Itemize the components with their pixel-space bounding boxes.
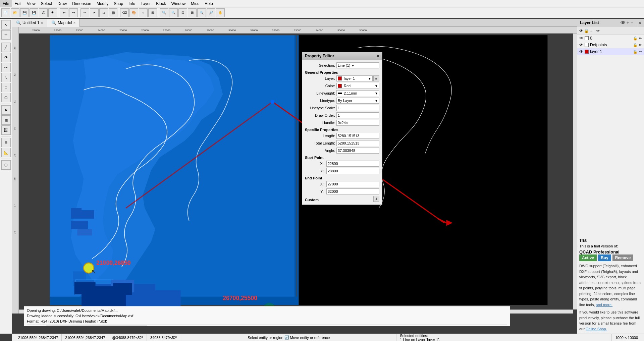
layer-item-layer1[interactable]: 👁 layer 1 🔒 ✏ xyxy=(577,48,644,55)
zoom-prev-button[interactable]: 🔎 xyxy=(207,8,215,17)
length-input[interactable]: 5280.151513 xyxy=(336,133,379,139)
menu-view[interactable]: View xyxy=(24,0,38,7)
length-label: Length: xyxy=(305,134,335,138)
menu-help[interactable]: Help xyxy=(202,0,216,7)
pan-button[interactable]: ✋ xyxy=(216,8,225,17)
zoom-in-button[interactable]: 🔍 xyxy=(160,8,168,17)
command-input[interactable] xyxy=(46,326,147,326)
angle-input[interactable]: 37.303948 xyxy=(336,148,379,154)
draw-order-tool[interactable]: ⊞ xyxy=(1,138,11,147)
color-dropdown[interactable]: Red ▼ xyxy=(336,83,379,89)
menu-info[interactable]: Info xyxy=(126,0,138,7)
trial-shop-link[interactable]: Online Shop. xyxy=(586,327,607,331)
layer-defpoints-vis[interactable]: 👁 xyxy=(579,43,583,47)
scrollbar-vertical[interactable] xyxy=(573,34,577,309)
rect-tool[interactable]: □ xyxy=(1,83,11,92)
layer-close[interactable]: × xyxy=(639,20,641,25)
bezier-tool[interactable]: ∿ xyxy=(1,73,11,82)
line-tool[interactable]: ╱ xyxy=(1,43,11,52)
print-preview-button[interactable]: 👁 xyxy=(48,8,57,17)
tab-untitled[interactable]: 🔍 Untitled 1 × xyxy=(12,19,47,27)
layer-0-vis[interactable]: 👁 xyxy=(579,36,583,41)
move-tool[interactable]: ✛ xyxy=(1,30,11,40)
draw-order-input[interactable]: 1 xyxy=(336,112,379,118)
save-button[interactable]: 💾 xyxy=(20,8,29,17)
menu-dimension[interactable]: Dimension xyxy=(69,0,94,7)
3d-tool[interactable]: ⬡ xyxy=(1,160,11,170)
layer-remove-button[interactable]: − xyxy=(631,20,633,25)
menu-file[interactable]: File xyxy=(0,0,12,7)
layer-add-button[interactable]: + xyxy=(627,20,629,25)
trial-buy-button[interactable]: Buy xyxy=(598,254,611,261)
polygon-tool[interactable]: ⬡ xyxy=(1,93,11,102)
menu-layer[interactable]: Layer xyxy=(138,0,153,7)
total-length-input[interactable]: 5280.151513 xyxy=(336,140,379,146)
layer-1-lock: 🔒 xyxy=(633,50,638,54)
start-y-label: Y: xyxy=(305,169,325,173)
menu-modify[interactable]: Modify xyxy=(94,0,111,7)
linetype-dropdown[interactable]: By Layer ▼ xyxy=(336,98,379,104)
layer-list-btn[interactable]: ≡ xyxy=(373,75,379,81)
open-button[interactable]: 📂 xyxy=(11,8,19,17)
layer-del-btn2[interactable]: − xyxy=(593,29,596,34)
layer-1-vis[interactable]: 👁 xyxy=(579,49,583,54)
print-button[interactable]: 🖨 xyxy=(39,8,48,17)
trial-more-link[interactable]: and more. xyxy=(596,303,613,307)
cut-button[interactable]: ✂ xyxy=(90,8,99,17)
copy-button[interactable]: □ xyxy=(99,8,108,17)
layer-add-btn2[interactable]: + xyxy=(590,28,592,34)
zoom-window-button[interactable]: 🔍 xyxy=(197,8,206,17)
start-x-input[interactable]: 22800 xyxy=(326,161,379,167)
grid-button[interactable]: ⊞ xyxy=(148,8,157,17)
zoom-select-button[interactable]: ⊞ xyxy=(188,8,197,17)
selection-dropdown[interactable]: Line (1) ▼ xyxy=(336,62,379,68)
end-x-input[interactable]: 27000 xyxy=(326,181,379,187)
drawing-canvas[interactable]: 21000 22000 23000 24000 25000 26000 2700… xyxy=(12,27,577,314)
tab-untitled-close[interactable]: × xyxy=(41,19,43,27)
save-as-button[interactable]: 💾 xyxy=(30,8,38,17)
layer-item-0[interactable]: 👁 0 🔒 ✏ xyxy=(577,35,644,42)
menu-draw[interactable]: Draw xyxy=(55,0,69,7)
lineweight-dropdown[interactable]: 2.11mm ▼ xyxy=(336,90,379,96)
custom-add-btn[interactable]: + xyxy=(373,196,379,202)
measure-tool[interactable]: 📐 xyxy=(1,148,11,157)
new-button[interactable]: 📄 xyxy=(1,8,10,17)
layer-dropdown[interactable]: layer 1 ▼ xyxy=(336,75,373,81)
layer-minimize[interactable]: _ xyxy=(635,20,637,25)
layer-item-defpoints[interactable]: 👁 Defpoints 🔒 ✏ xyxy=(577,42,644,48)
zoom-fit-button[interactable]: ⊡ xyxy=(178,8,187,17)
menu-block[interactable]: Block xyxy=(153,0,168,7)
menu-edit[interactable]: Edit xyxy=(12,0,24,7)
property-editor-titlebar[interactable]: Property Editor × xyxy=(302,52,382,60)
map-svg[interactable]: ↖ 21000,26850 26700,25500 xyxy=(12,27,577,314)
arc-tool[interactable]: ◔ xyxy=(1,53,11,62)
trial-active-button[interactable]: Active xyxy=(579,254,597,261)
tab-map-close[interactable]: × xyxy=(73,19,75,27)
tab-map[interactable]: 🔍 Map.dxf × xyxy=(47,19,80,27)
hatch-tool[interactable]: ▦ xyxy=(1,115,11,125)
menu-snap[interactable]: Snap xyxy=(111,0,126,7)
layer-visibility-toggle[interactable]: 👁 xyxy=(621,20,625,25)
trial-title: Trial xyxy=(579,238,642,243)
property-editor-close[interactable]: × xyxy=(377,53,379,59)
paste-button[interactable]: ▤ xyxy=(109,8,117,17)
eraser-button[interactable]: ⌫ xyxy=(120,8,129,17)
color-button[interactable]: 🎨 xyxy=(129,8,138,17)
start-y-input[interactable]: 28800 xyxy=(326,168,379,174)
end-y-input[interactable]: 32000 xyxy=(326,188,379,194)
redo-button[interactable]: ↪ xyxy=(69,8,78,17)
image-tool[interactable]: 🖼 xyxy=(1,125,11,135)
menu-misc[interactable]: Misc xyxy=(188,0,202,7)
text-tool[interactable]: A xyxy=(1,105,11,115)
polyline-tool[interactable]: 〜 xyxy=(1,63,11,72)
layer-print-icon: 🔒 xyxy=(584,29,589,33)
circle-tool-button[interactable]: ○ xyxy=(139,8,148,17)
zoom-out-button[interactable]: 🔍 xyxy=(169,8,178,17)
trial-remove-button[interactable]: Remove xyxy=(612,254,634,261)
menu-window[interactable]: Window xyxy=(169,0,189,7)
linetype-scale-input[interactable]: 1 xyxy=(336,105,379,111)
undo-button[interactable]: ↩ xyxy=(60,8,68,17)
pencil-button[interactable]: ✏ xyxy=(80,8,89,17)
select-tool[interactable]: ↖ xyxy=(1,20,11,30)
menu-select[interactable]: Select xyxy=(38,0,55,7)
